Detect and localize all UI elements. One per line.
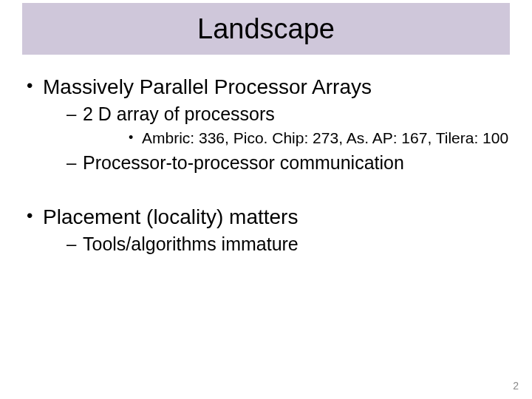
bullet-text: Processor-to-processor communication (83, 152, 404, 173)
spacer (22, 179, 510, 204)
bullet-text: Massively Parallel Processor Arrays (43, 75, 372, 98)
bullet-list-lvl2: Tools/algorithms immature (43, 233, 510, 256)
bullet-text: Ambric: 336, Pico. Chip: 273, As. AP: 16… (142, 129, 508, 146)
bullet-lvl1: Placement (locality) matters Tools/algor… (22, 204, 510, 256)
bullet-text: 2 D array of processors (83, 103, 275, 124)
bullet-list: Massively Parallel Processor Arrays 2 D … (22, 74, 510, 174)
title-bar: Landscape (22, 3, 510, 55)
page-number: 2 (513, 380, 519, 392)
bullet-lvl2: Tools/algorithms immature (43, 233, 510, 256)
slide: Landscape Massively Parallel Processor A… (0, 0, 532, 399)
slide-content: Massively Parallel Processor Arrays 2 D … (22, 74, 510, 260)
bullet-list: Placement (locality) matters Tools/algor… (22, 204, 510, 256)
bullet-text: Placement (locality) matters (43, 205, 298, 228)
bullet-list-lvl2: 2 D array of processors Ambric: 336, Pic… (43, 103, 510, 174)
slide-title: Landscape (197, 13, 335, 45)
bullet-lvl1: Massively Parallel Processor Arrays 2 D … (22, 74, 510, 174)
bullet-lvl3: Ambric: 336, Pico. Chip: 273, As. AP: 16… (83, 129, 510, 148)
bullet-list-lvl3: Ambric: 336, Pico. Chip: 273, As. AP: 16… (83, 129, 510, 148)
bullet-lvl2: Processor-to-processor communication (43, 151, 510, 174)
bullet-text: Tools/algorithms immature (83, 233, 299, 254)
bullet-lvl2: 2 D array of processors Ambric: 336, Pic… (43, 103, 510, 149)
